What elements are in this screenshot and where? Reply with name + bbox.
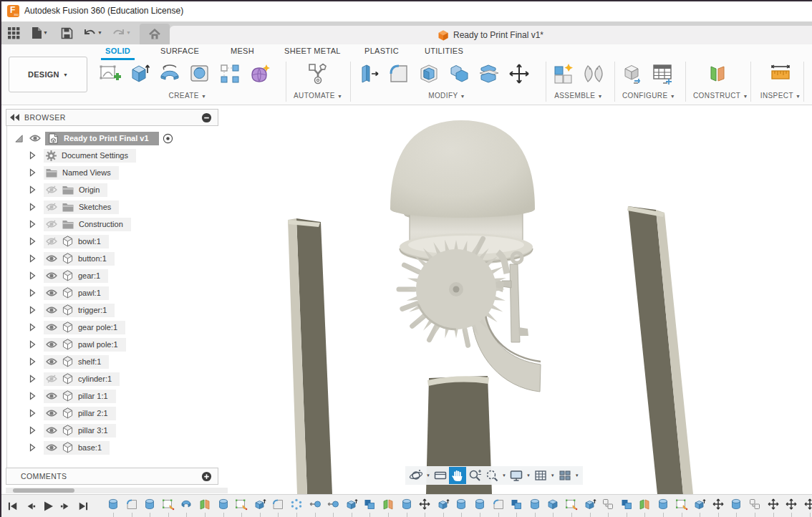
display-settings-button[interactable] — [508, 467, 525, 484]
timeline-feature-pattern[interactable] — [290, 498, 303, 511]
timeline-feature-component[interactable] — [601, 498, 614, 511]
look-at-button[interactable] — [432, 467, 449, 484]
measure-button[interactable] — [768, 62, 793, 86]
automate-button[interactable] — [306, 62, 330, 86]
viewports-button[interactable] — [556, 467, 574, 484]
browser-item-pawl-1[interactable]: pawl:1 — [6, 284, 218, 301]
move-button[interactable] — [507, 62, 531, 86]
undo-dropdown-caret[interactable]: ▼ — [97, 30, 103, 36]
display-settings-dropdown-caret[interactable]: ▼ — [525, 473, 532, 478]
inspect-dropdown[interactable]: INSPECT ▼ — [758, 92, 803, 100]
grid-display-button[interactable] — [532, 467, 549, 484]
timeline-feature-sketch[interactable] — [235, 498, 248, 511]
expand-caret-icon[interactable] — [29, 443, 37, 452]
model-bowl[interactable] — [390, 120, 535, 264]
configure-button[interactable] — [620, 62, 644, 86]
pattern-button[interactable] — [218, 62, 242, 86]
eye-hidden-icon[interactable] — [46, 237, 57, 246]
expand-caret-icon[interactable] — [29, 168, 37, 177]
expand-caret-icon[interactable] — [29, 426, 37, 435]
timeline-feature-fillet[interactable] — [271, 498, 284, 511]
browser-item-gear-pole-1[interactable]: gear pole:1 — [6, 319, 218, 336]
timeline-feature-cylinder[interactable] — [730, 498, 743, 511]
browser-item-named-views[interactable]: Named Views — [6, 164, 218, 181]
browser-root-item[interactable]: Ready to Print Final v1 — [6, 130, 173, 147]
expand-caret-icon[interactable] — [29, 254, 37, 263]
expand-caret-icon[interactable] — [29, 220, 37, 228]
split-body-button[interactable] — [477, 62, 501, 86]
fillet-button[interactable] — [387, 62, 411, 86]
timeline-feature-cylinder[interactable] — [143, 498, 156, 511]
timeline-feature-cylinder[interactable] — [217, 498, 230, 511]
model-trigger[interactable] — [498, 252, 528, 342]
grid-display-dropdown-caret[interactable]: ▼ — [549, 473, 556, 478]
timeline-feature-cylinder[interactable] — [657, 498, 670, 511]
model-pillar-1[interactable] — [288, 218, 332, 494]
document-tab[interactable]: Ready to Print Final v1* — [170, 26, 812, 44]
timeline-feature-component[interactable] — [748, 498, 761, 511]
orbit-button[interactable] — [407, 467, 425, 484]
eye-hidden-icon[interactable] — [46, 220, 57, 228]
timeline-feature-cylinder[interactable] — [528, 498, 541, 511]
press-pull-button[interactable] — [357, 62, 381, 86]
timeline-feature-move[interactable] — [767, 498, 780, 511]
browser-item-base-1[interactable]: base:1 — [6, 439, 218, 456]
expand-caret-icon[interactable] — [29, 306, 37, 314]
browser-item-origin[interactable]: Origin — [6, 181, 218, 198]
expand-caret-icon[interactable] — [29, 203, 37, 211]
app-grid-icon[interactable] — [6, 26, 21, 40]
browser-hscrollbar-thumb[interactable] — [13, 488, 74, 493]
zoom-button[interactable] — [466, 467, 483, 484]
redo-dropdown-caret[interactable]: ▼ — [126, 30, 132, 36]
eye-visible-icon[interactable] — [46, 306, 57, 314]
expand-caret-icon[interactable] — [29, 409, 37, 417]
timeline-feature-combine[interactable] — [363, 498, 376, 511]
timeline-feature-extrude[interactable] — [584, 498, 596, 511]
browser-item-pillar-1-1[interactable]: pillar 1:1 — [6, 387, 218, 405]
browser-item-gear-1[interactable]: gear:1 — [6, 267, 218, 284]
browser-item-shelf-1[interactable]: shelf:1 — [6, 353, 218, 370]
create-sketch-button[interactable] — [97, 62, 122, 86]
browser-item-document-settings[interactable]: Document Settings — [6, 147, 218, 164]
eye-visible-icon[interactable] — [46, 323, 57, 332]
browser-item-button-1[interactable]: button:1 — [6, 250, 218, 267]
file-icon[interactable] — [29, 26, 44, 40]
eye-visible-icon[interactable] — [46, 254, 57, 263]
timeline-feature-revolve[interactable] — [180, 498, 193, 511]
timeline-feature-plane[interactable] — [382, 498, 395, 511]
timeline-feature-combine[interactable] — [510, 498, 523, 511]
activate-component-radio[interactable] — [163, 133, 173, 144]
eye-visible-icon[interactable] — [46, 409, 57, 417]
expand-caret-icon[interactable] — [29, 289, 37, 297]
browser-item-pawl-pole-1[interactable]: pawl pole:1 — [6, 336, 218, 353]
automate-dropdown[interactable]: AUTOMATE ▼ — [294, 92, 342, 100]
browser-item-construction[interactable]: Construction — [6, 216, 218, 233]
new-component-button[interactable] — [551, 62, 576, 86]
eye-visible-icon[interactable] — [46, 271, 57, 280]
browser-item-sketches[interactable]: Sketches — [6, 198, 218, 216]
orbit-dropdown-caret[interactable]: ▼ — [425, 473, 432, 478]
browser-item-trigger-1[interactable]: trigger:1 — [6, 301, 218, 319]
create-dropdown[interactable]: CREATE ▼ — [97, 92, 278, 100]
workspace-selector[interactable]: DESIGN▼ — [9, 57, 87, 92]
eye-visible-icon[interactable] — [46, 289, 57, 297]
browser-item-pillar-3-1[interactable]: pillar 3:1 — [6, 422, 218, 439]
timeline-feature-extrude[interactable] — [253, 498, 266, 511]
save-icon[interactable] — [59, 26, 74, 40]
timeline-feature-cylinder[interactable] — [107, 498, 120, 511]
timeline-feature-move[interactable] — [803, 498, 812, 511]
eye-visible-icon[interactable] — [46, 340, 57, 349]
timeline-feature-extrude[interactable] — [437, 498, 450, 511]
timeline-feature-move-copy[interactable] — [309, 498, 322, 511]
modify-dropdown[interactable]: MODIFY ▼ — [357, 92, 537, 100]
eye-visible-icon[interactable] — [29, 134, 41, 142]
fit-button[interactable] — [483, 467, 501, 484]
collapse-panel-icon[interactable] — [10, 114, 20, 121]
timeline-feature-move[interactable] — [418, 498, 431, 511]
construct-plane-button[interactable] — [705, 62, 730, 86]
eye-visible-icon[interactable] — [46, 357, 57, 366]
timeline-feature-plane[interactable] — [198, 498, 211, 511]
expand-caret-icon[interactable] — [29, 185, 37, 194]
model-pillar-2[interactable] — [627, 206, 693, 494]
timeline-feature-box[interactable] — [546, 498, 559, 511]
